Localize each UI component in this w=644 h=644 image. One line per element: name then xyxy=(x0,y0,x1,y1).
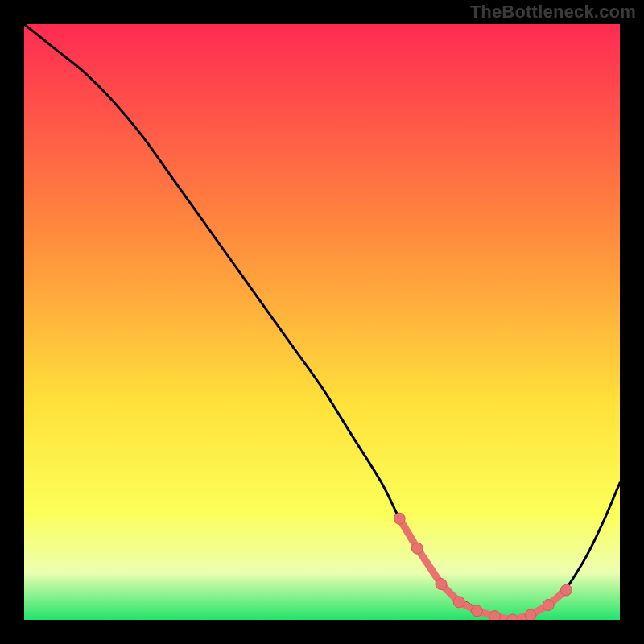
highlight-point xyxy=(525,609,536,620)
highlight-point xyxy=(560,584,572,596)
highlight-point xyxy=(411,543,423,554)
highlight-point xyxy=(489,611,501,620)
highlight-point xyxy=(453,597,464,608)
gradient-background xyxy=(24,24,620,620)
highlight-point xyxy=(394,513,405,524)
chart-frame: TheBottleneck.com xyxy=(0,0,644,644)
highlight-point xyxy=(543,600,554,611)
bottleneck-chart xyxy=(24,24,620,620)
watermark-text: TheBottleneck.com xyxy=(470,2,636,23)
highlight-point xyxy=(471,605,482,617)
plot-area xyxy=(24,24,620,620)
highlight-point xyxy=(436,579,447,590)
